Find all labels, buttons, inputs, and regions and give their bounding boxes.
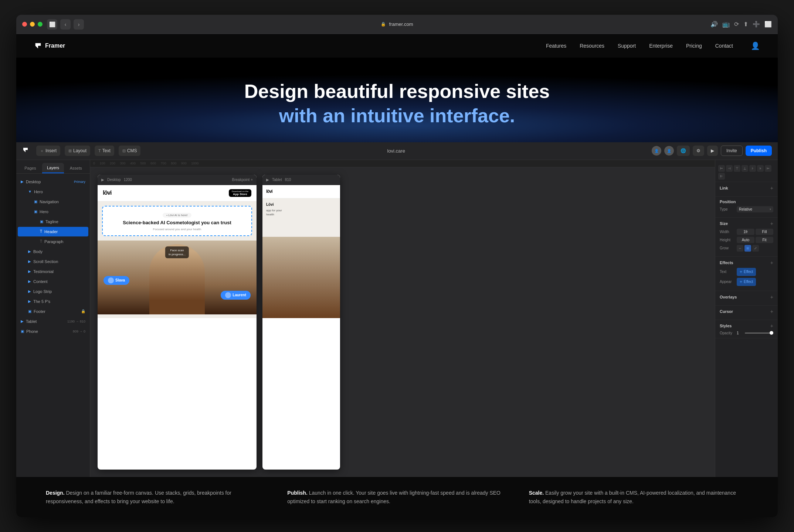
layer-paragraph[interactable]: T Paragraph [18,237,88,246]
nav-contact[interactable]: Contact [715,43,733,49]
text-effect-btn[interactable]: + Effect [737,268,756,276]
tablet-range: 1190 → 810 [67,320,85,323]
align-right-icon[interactable]: ⊤ [734,165,740,172]
cms-button[interactable]: ⊟ CMS [119,146,141,156]
text-effect-row: Text + Effect [720,268,773,276]
layer-scroll[interactable]: ▶ Scroll Section [18,257,88,266]
hero-title: Design beautiful responsive sites [16,80,778,103]
opacity-thumb[interactable] [770,331,773,335]
tablet-body: Lövi app for yourhealth [262,198,340,220]
breakpoint-btn[interactable]: Breakpoint + [232,178,253,182]
insert-button[interactable]: ＋ Insert [36,146,60,156]
layer-hero[interactable]: ▣ Hero [18,207,88,216]
effects-add-button[interactable]: + [770,260,773,266]
fullscreen-button[interactable] [38,22,43,27]
layer-footer[interactable]: ▣ Footer 🔒 [18,307,88,316]
layer-5ps[interactable]: ▶ The 5 P's [18,297,88,306]
align-icons-row: ⊢ ⊣ ⊤ ⊥ ⊦ ⊧ ⊨ ⊩ [715,163,778,182]
align-left-icon[interactable]: ⊢ [718,165,725,172]
nav-enterprise[interactable]: Enterprise [649,43,673,49]
left-panel: Pages Layers Assets ▶ Desktop [16,160,90,477]
layer-hero-group[interactable]: ▼ Hero [18,187,88,197]
align-center-h-icon[interactable]: ⊣ [726,165,733,172]
layer-body[interactable]: ▶ Body [18,247,88,256]
distribute-h-icon[interactable]: ⊨ [765,165,771,172]
styles-add-button[interactable]: + [770,323,773,329]
globe-button[interactable]: 🌐 [677,146,690,156]
nav-resources[interactable]: Resources [580,43,604,49]
cursor-title: Cursor [720,309,733,314]
avatar-laurent: Laurent [221,291,251,300]
effects-title: Effects [720,260,733,265]
user-icon[interactable]: 👤 [751,41,760,50]
layer-icon-scroll: ▶ [28,259,31,263]
tab-assets[interactable]: Assets [65,163,87,173]
cursor-add-button[interactable]: + [770,308,773,314]
layer-tablet[interactable]: ▶ Tablet 1190 → 810 [18,317,88,326]
opacity-value[interactable]: 1 [737,331,743,335]
framer-logo[interactable]: Framer [34,42,65,50]
layer-icon-hero: ▣ [34,209,37,214]
position-type-value[interactable]: Relative ▾ [737,206,773,212]
settings-button[interactable]: ⚙ [693,146,704,156]
align-bottom-icon[interactable]: ⊧ [757,165,764,172]
share-icon[interactable]: ⬆ [743,21,748,28]
layer-navigation[interactable]: ▣ Navigation [18,197,88,207]
layer-phone[interactable]: ▣ Phone 809 → 0 [18,327,88,336]
layout-button[interactable]: ⊞ Layout [65,146,90,156]
layer-header[interactable]: T Header [18,227,88,236]
url-bar[interactable]: 🔒 framer.com [381,21,413,27]
width-fill[interactable]: Fill [756,229,773,235]
back-button[interactable]: ‹ [60,19,71,30]
width-value[interactable]: 1fr [737,229,754,235]
align-center-v-icon[interactable]: ⊦ [749,165,756,172]
grow-both-icon[interactable]: ⤢ [752,245,759,252]
sidebar-toggle[interactable]: ⬜ [47,19,57,30]
layer-icon-phone: ▣ [21,329,24,333]
preview-button[interactable]: ▶ [707,146,718,156]
link-add-button[interactable]: + [770,185,773,191]
canvas-area[interactable]: 0 100 200 300 400 500 600 700 800 900 10… [90,160,715,477]
layer-content[interactable]: ▶ Content [18,277,88,286]
hero-badge: • Lövi AI is here! [163,213,191,218]
overlays-add-button[interactable]: + [770,294,773,300]
text-effect-text: Effect [744,270,753,274]
size-title: Size [720,221,728,226]
minimize-button[interactable] [30,22,35,27]
nav-pricing[interactable]: Pricing [686,43,702,49]
appear-effect-btn[interactable]: + Effect [737,278,756,286]
text-button[interactable]: T Text [95,146,114,156]
opacity-slider[interactable] [745,332,773,334]
height-fit[interactable]: Fit [756,237,773,243]
editor-body: Pages Layers Assets ▶ Desktop [16,160,778,477]
styles-header: Styles + [720,323,773,329]
newtab-icon[interactable]: ➕ [753,21,760,28]
publish-button[interactable]: Publish [746,146,772,156]
desktop-frame-header: ▶ Desktop 1200 Breakpoint + [98,175,257,185]
hero-section: Design beautiful responsive sites with a… [16,58,778,142]
tab-layers[interactable]: Layers [42,163,64,173]
size-add-button[interactable]: + [770,221,773,226]
layer-tagline[interactable]: ▣ Tagline [18,217,88,226]
distribute-v-icon[interactable]: ⊩ [718,173,725,180]
sidebar-right-icon[interactable]: ⬜ [764,21,772,28]
layer-icon-desktop: ▶ [21,180,24,184]
tab-pages[interactable]: Pages [19,163,41,173]
nav-support[interactable]: Support [618,43,636,49]
invite-button[interactable]: Invite [721,146,743,156]
align-top-icon[interactable]: ⊥ [742,165,748,172]
bottom-scale-text: Scale. Easily grow your site with a buil… [529,489,748,505]
position-type-label: Type [720,207,734,211]
layer-label-hero: Hero [40,209,48,214]
grow-v-icon[interactable]: ⊞ [744,245,751,252]
layer-label-test: Testimonial [33,269,54,274]
layer-testimonial[interactable]: ▶ Testimonial [18,267,88,276]
layer-desktop[interactable]: ▶ Desktop Primary [18,177,88,187]
height-value[interactable]: Auto [737,237,754,243]
layer-logo-strip[interactable]: ▶ Logo Strip [18,287,88,296]
nav-features[interactable]: Features [546,43,566,49]
layer-icon-tagline: ▣ [40,219,43,224]
grow-h-icon[interactable]: ↔ [737,245,743,252]
close-button[interactable] [22,22,27,27]
forward-button[interactable]: › [74,19,84,30]
